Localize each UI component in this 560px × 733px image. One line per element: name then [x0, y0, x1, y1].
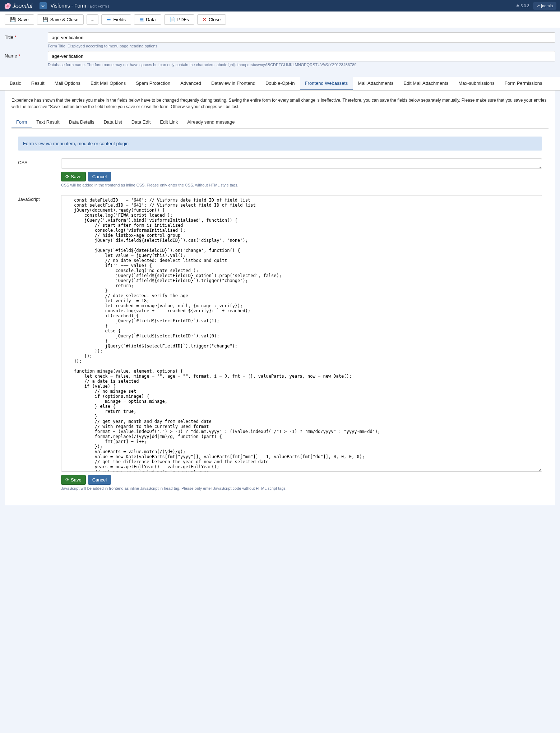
name-input[interactable]	[48, 51, 555, 61]
title-help: Form Title. Displayed according to menu …	[48, 44, 555, 48]
save-icon: 💾	[10, 17, 16, 22]
sub-tab-text-result[interactable]: Text Result	[32, 116, 64, 128]
js-help: JavaScript will be added in frontend as …	[61, 486, 542, 490]
main-tab-mail-options[interactable]: Mail Options	[50, 77, 85, 90]
chevron-down-icon: ⌄	[91, 17, 94, 22]
js-label: JavaScript	[18, 195, 61, 490]
main-tab-frontend-webassets[interactable]: Frontend Webassets	[300, 77, 353, 90]
header-bar: 🌸 Joomla! VA Visforms - Form [ Edit Form…	[0, 0, 560, 11]
toolbar: 💾Save 💾Save & Close ⌄ ☰Fields ▤Data 📄PDF…	[0, 11, 560, 28]
sub-tab-edit-link[interactable]: Edit Link	[155, 116, 182, 128]
close-button[interactable]: ✕Close	[197, 14, 226, 25]
main-tab-advanced[interactable]: Advanced	[175, 77, 206, 90]
info-banner: Form view via menu item, module or conte…	[18, 137, 542, 151]
main-tab-basic[interactable]: Basic	[5, 77, 26, 90]
version-label: ✱ 5.0.3	[516, 4, 529, 8]
save-dropdown[interactable]: ⌄	[87, 14, 98, 25]
main-tab-form-permissions[interactable]: Form Permissions	[500, 77, 547, 90]
main-tab-result[interactable]: Result	[26, 77, 50, 90]
save-icon: 💾	[42, 17, 48, 22]
user-menu[interactable]: ↗ joomla	[533, 2, 556, 10]
css-cancel-button[interactable]: Cancel	[88, 172, 111, 181]
joomla-logo: 🌸 Joomla!	[4, 3, 32, 9]
title-label: Title *	[5, 32, 48, 40]
main-tab-dataview-in-frontend[interactable]: Dataview in Frontend	[206, 77, 260, 90]
refresh-icon: ⟳	[65, 174, 69, 179]
main-tab-edit-mail-attachments[interactable]: Edit Mail Attachments	[398, 77, 453, 90]
sub-tab-already-send-message[interactable]: Already send message	[182, 116, 239, 128]
list-icon: ☰	[107, 17, 111, 22]
refresh-icon: ⟳	[65, 477, 69, 483]
app-icon: VA	[40, 2, 47, 9]
sub-tab-data-edit[interactable]: Data Edit	[127, 116, 155, 128]
sub-tab-data-details[interactable]: Data Details	[64, 116, 99, 128]
save-button[interactable]: 💾Save	[5, 14, 34, 25]
data-button[interactable]: ▤Data	[134, 14, 161, 25]
main-tab-edit-mail-options[interactable]: Edit Mail Options	[85, 77, 131, 90]
name-label: Name *	[5, 51, 48, 59]
breadcrumb: Visforms - Form [ Edit Form ]	[50, 3, 109, 9]
css-save-button[interactable]: ⟳Save	[61, 172, 86, 181]
js-save-button[interactable]: ⟳Save	[61, 475, 86, 485]
data-icon: ▤	[139, 17, 144, 22]
notice-text: Experience has shown that the entries yo…	[11, 97, 549, 110]
close-icon: ✕	[203, 17, 207, 22]
css-textarea[interactable]	[61, 158, 542, 169]
sub-tab-form[interactable]: Form	[11, 116, 32, 128]
file-icon: 📄	[170, 17, 175, 22]
main-tab-max-submissions[interactable]: Max-submissions	[453, 77, 499, 90]
title-input[interactable]	[48, 32, 555, 43]
main-tab-double-opt-in[interactable]: Double-Opt-In	[260, 77, 300, 90]
pdfs-button[interactable]: 📄PDFs	[164, 14, 195, 25]
save-close-button[interactable]: 💾Save & Close	[37, 14, 84, 25]
main-tabs: BasicResultMail OptionsEdit Mail Options…	[0, 77, 560, 91]
js-cancel-button[interactable]: Cancel	[88, 475, 111, 485]
sub-tab-data-list[interactable]: Data List	[99, 116, 126, 128]
js-textarea[interactable]	[61, 195, 542, 472]
main-tab-mail-attachments[interactable]: Mail Attachments	[353, 77, 398, 90]
css-help: CSS will be added in the frontend as inl…	[61, 183, 542, 187]
sub-tabs: FormText ResultData DetailsData ListData…	[11, 116, 549, 129]
name-help: Database form name. The form name may no…	[48, 63, 555, 67]
css-label: CSS	[18, 158, 61, 187]
fields-button[interactable]: ☰Fields	[101, 14, 131, 25]
main-tab-spam-protection[interactable]: Spam Protection	[131, 77, 175, 90]
